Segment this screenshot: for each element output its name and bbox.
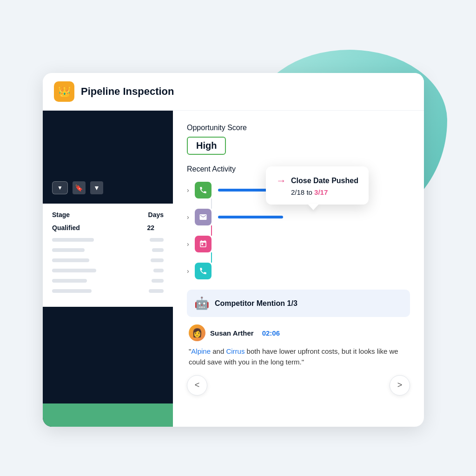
activity-item-email: › (187, 209, 410, 225)
connector-1 (211, 198, 212, 209)
connector-2 (211, 225, 212, 236)
opportunity-score-label: Opportunity Score (187, 124, 410, 132)
page-title: Pipeline Inspection (81, 86, 174, 98)
skeleton-stage (52, 248, 85, 252)
comment-header: 👩 Susan Arther 02:06 (189, 324, 408, 341)
skeleton-row-2 (52, 248, 164, 252)
activity-bar-2 (218, 216, 283, 218)
skeleton-row-4 (52, 269, 164, 272)
skeleton-row-6 (52, 289, 164, 293)
arrow-right-icon: → (276, 175, 286, 187)
tooltip-arrow-row: → Close Date Pushed (276, 175, 358, 187)
comment-time: 02:06 (262, 329, 280, 337)
filter-icon: ▼ (93, 184, 100, 192)
bottom-green-bar (43, 403, 173, 427)
tooltip-sub-text: 2/18 to 3/17 (291, 188, 358, 196)
skeleton-row-1 (52, 238, 164, 242)
skeleton-stage (52, 279, 87, 283)
skeleton-days (151, 258, 164, 262)
bookmark-btn[interactable]: 🔖 (73, 181, 86, 194)
skeleton-days (149, 289, 164, 293)
comment-text: "Alpine and Cirrus both have lower upfro… (189, 346, 408, 368)
chevron-icon-3[interactable]: › (187, 240, 189, 248)
skeleton-days (153, 269, 164, 272)
bookmark-icon: 🔖 (75, 184, 83, 192)
avatar-icon: 👩 (192, 328, 202, 338)
skeleton-stage (52, 269, 96, 272)
prev-button[interactable]: < (187, 375, 207, 396)
days-cell: 22 (147, 224, 164, 231)
connector-3 (211, 252, 212, 263)
table-row: Qualified 22 (52, 224, 164, 231)
activity-item-phone2: › (187, 263, 410, 279)
app-logo: 👑 (54, 81, 74, 102)
right-panel: Opportunity Score High Recent Activity › (173, 111, 424, 427)
score-badge: High (187, 137, 226, 155)
pipeline-table: Stage Days Qualified 22 (43, 204, 173, 307)
skeleton-days (152, 248, 164, 252)
dropdown-arrow-icon: ▼ (57, 185, 63, 191)
chevron-icon-4[interactable]: › (187, 267, 189, 275)
quote-end: " (302, 358, 304, 366)
tooltip-popup: → Close Date Pushed 2/18 to 3/17 (266, 166, 369, 205)
phone2-activity-icon (195, 263, 212, 279)
comment-section: 👩 Susan Arther 02:06 "Alpine and Cirrus … (187, 324, 410, 368)
competitor-mention-section: 🤖 Competitor Mention 1/3 (187, 290, 410, 317)
tooltip-main-text: Close Date Pushed (291, 177, 358, 185)
filter-btn[interactable]: ▼ (90, 181, 103, 194)
left-panel: ▼ 🔖 ▼ Stage Days Qualified (43, 111, 173, 427)
stage-column-header: Stage (52, 211, 70, 218)
chevron-icon-2[interactable]: › (187, 213, 189, 221)
link-alpine[interactable]: Alpine (191, 347, 211, 355)
left-panel-top: ▼ 🔖 ▼ (43, 111, 173, 204)
comment-middle: and (211, 347, 226, 355)
competitor-icon: 🤖 (194, 296, 209, 311)
main-card: 👑 Pipeline Inspection ▼ 🔖 ▼ (43, 73, 424, 427)
days-column-header: Days (148, 211, 164, 218)
tooltip-from-date: 2/18 (291, 188, 304, 196)
card-body: ▼ 🔖 ▼ Stage Days Qualified (43, 111, 424, 427)
skeleton-row-3 (52, 258, 164, 262)
stage-cell: Qualified (52, 224, 80, 231)
next-button[interactable]: > (390, 375, 410, 396)
nav-buttons: < > (187, 368, 410, 396)
phone-activity-icon (195, 182, 212, 198)
tooltip-to-word: to (306, 188, 314, 196)
card-header: 👑 Pipeline Inspection (43, 73, 424, 111)
link-cirrus[interactable]: Cirrus (226, 347, 245, 355)
chevron-icon-1[interactable]: › (187, 186, 189, 194)
comment-author: Susan Arther (210, 329, 254, 337)
email-activity-icon (195, 209, 212, 225)
skeleton-days (152, 279, 164, 283)
skeleton-stage (52, 258, 89, 262)
competitor-text: Competitor Mention 1/3 (215, 299, 298, 308)
calendar-activity-icon (195, 236, 212, 252)
skeleton-days (150, 238, 164, 242)
activity-item-calendar: › (187, 236, 410, 252)
skeleton-stage (52, 238, 94, 242)
skeleton-row-5 (52, 279, 164, 283)
tooltip-to-date: 3/17 (314, 188, 328, 196)
avatar: 👩 (189, 324, 205, 341)
crown-icon: 👑 (58, 86, 71, 98)
skeleton-stage (52, 289, 92, 293)
table-header: Stage Days (52, 211, 164, 218)
filter-dropdown-btn[interactable]: ▼ (52, 181, 68, 194)
